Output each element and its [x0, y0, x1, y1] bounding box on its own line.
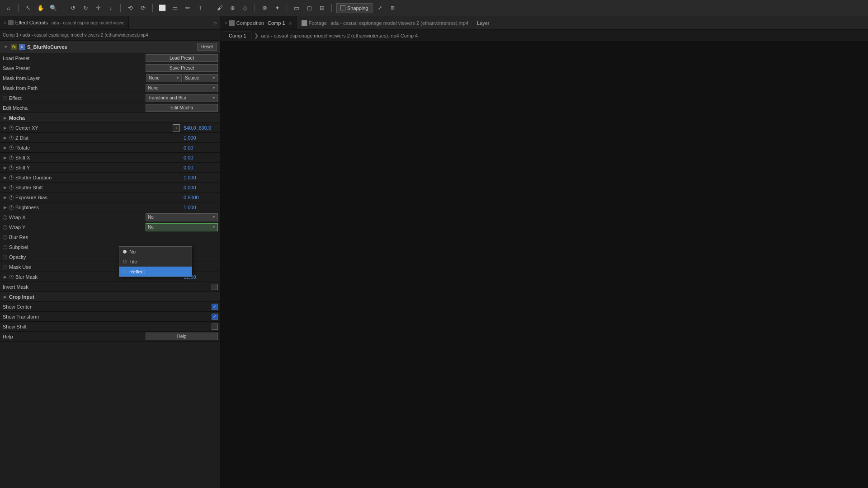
invert-mask-checkbox[interactable] [212, 284, 218, 290]
shift-x-expand-icon[interactable]: ▶ [2, 155, 8, 161]
footage-tab[interactable]: Footage ada - casual espionage model vie… [297, 16, 473, 29]
separator4 [152, 4, 153, 12]
mask-from-path-dropdown[interactable]: None ▼ [146, 84, 218, 92]
hamburger-icon[interactable]: ≡ [289, 20, 292, 26]
pin-icon[interactable]: ✦ [272, 3, 282, 13]
type-icon[interactable]: T [195, 3, 205, 13]
wrap-x-dropdown[interactable]: No ▼ [146, 213, 218, 221]
cam1-icon[interactable]: ▭ [292, 3, 302, 13]
cam2-icon[interactable]: ◻ [304, 3, 314, 13]
exposure-expand-icon[interactable]: ▶ [2, 194, 8, 201]
brightness-expand-icon[interactable]: ▶ [2, 204, 8, 211]
edit-mocha-label: Edit Mocha [2, 105, 146, 111]
show-transform-label: Show Transform [2, 314, 212, 319]
help-button[interactable]: Help [146, 333, 218, 340]
invert-mask-label: Invert Mask [2, 284, 212, 290]
wrap-y-dropdown[interactable]: No ▼ [146, 223, 218, 231]
shutter-shift-value[interactable]: 0,000 [182, 185, 218, 190]
show-transform-checkbox[interactable] [212, 314, 218, 320]
wrap-y-option-reflect[interactable]: Reflect [119, 267, 192, 277]
z-dist-expand-icon[interactable]: ▶ [2, 135, 8, 141]
crosshair-icon[interactable] [173, 124, 180, 131]
effect-controls-tab[interactable]: × Effect Controls ada - casual espionage… [0, 16, 129, 29]
separator8 [331, 4, 332, 12]
expand-view-icon[interactable]: ⤢ [375, 3, 385, 13]
shift-x-value[interactable]: 0,00 [182, 155, 218, 160]
comp-tab-inner[interactable]: Comp 1 [224, 32, 251, 40]
wrap-x-value: No [148, 215, 154, 220]
brightness-clock [8, 204, 14, 211]
shutter-shift-expand-icon[interactable]: ▶ [2, 184, 8, 191]
home-icon[interactable]: ⌂ [4, 3, 14, 13]
mask-from-layer-row: Mask from Layer None ▼ Source ▼ [0, 73, 220, 83]
show-shift-checkbox[interactable] [212, 324, 218, 330]
show-center-checkbox[interactable] [212, 304, 218, 310]
save-preset-button[interactable]: Save Preset [146, 64, 218, 72]
brush-icon[interactable]: 🖌 [215, 3, 225, 13]
comp-square-icon [229, 20, 235, 26]
reset-button[interactable]: Reset [197, 43, 217, 51]
center-xy-expand-icon[interactable]: ▶ [2, 125, 8, 131]
effect-clock [2, 95, 8, 101]
shutter-dur-expand-icon[interactable]: ▶ [2, 174, 8, 181]
shift-y-clock [8, 164, 14, 171]
load-preset-button[interactable]: Load Preset [146, 54, 218, 62]
brightness-value[interactable]: 1,000 [182, 205, 218, 210]
undo-icon[interactable]: ⟲ [125, 3, 135, 13]
composition-tab[interactable]: × Composition Comp 1 ≡ [220, 16, 297, 29]
eraser-icon[interactable]: ◇ [240, 3, 250, 13]
rotate-ccw-icon[interactable]: ↺ [68, 3, 78, 13]
shift-y-expand-icon[interactable]: ▶ [2, 164, 8, 171]
blur-mask-expand-icon[interactable]: ▶ [2, 274, 8, 280]
mask-from-layer-none-dropdown[interactable]: None ▼ [146, 74, 182, 82]
expand-arrow-icon[interactable]: ▼ [3, 44, 9, 50]
rect-icon[interactable]: ▭ [170, 3, 180, 13]
snapping-button[interactable]: Snapping [336, 3, 373, 13]
radio-tile-icon [123, 260, 127, 263]
grid-icon[interactable]: ⊞ [388, 3, 398, 13]
selection-icon[interactable]: ⬜ [157, 3, 167, 13]
tab-close-icon[interactable]: × [4, 20, 6, 25]
z-dist-value[interactable]: 1,000 [182, 135, 218, 141]
wrap-y-option-no[interactable]: No [119, 247, 192, 257]
rotate-expand-icon[interactable]: ▶ [2, 145, 8, 151]
mask-from-layer-source-dropdown[interactable]: Source ▼ [183, 74, 218, 82]
mocha-expand-icon[interactable]: ▶ [2, 115, 8, 121]
tab-label: Effect Controls [15, 20, 48, 25]
z-dist-row: ▶ Z Dist 1,000 [0, 133, 220, 143]
down-arrow-icon[interactable]: ↓ [106, 3, 116, 13]
snapping-checkbox [340, 5, 345, 10]
panel-expand-button[interactable]: » [211, 16, 220, 29]
comp-tab-label: Composition [236, 20, 264, 26]
center-xy-label: Center XY [14, 125, 173, 131]
effect-label: Effect [8, 95, 146, 101]
exposure-bias-value[interactable]: 0,5000 [182, 195, 218, 200]
shutter-duration-value[interactable]: 1,000 [182, 175, 218, 180]
hand-icon[interactable]: ✋ [36, 3, 46, 13]
mask-path-value: None [148, 85, 159, 90]
blur-res-row: Blur Res [0, 232, 220, 242]
pen-icon[interactable]: ✏ [183, 3, 193, 13]
shift-y-value[interactable]: 0,00 [182, 165, 218, 170]
roto-icon[interactable]: ⊗ [259, 3, 269, 13]
add-point-icon[interactable]: ✛ [93, 3, 103, 13]
wrap-y-row: Wrap Y No ▼ [0, 222, 220, 232]
redo-icon[interactable]: ⟳ [138, 3, 148, 13]
center-xy-value[interactable]: 540,0 ,600,0 [182, 125, 218, 131]
rotate-value[interactable]: 0,00 [182, 145, 218, 150]
wrap-y-option-tile[interactable]: Tile [119, 257, 192, 267]
separator3 [120, 4, 121, 12]
rotate-cw-icon[interactable]: ↻ [80, 3, 90, 13]
crop-input-expand-icon[interactable]: ▶ [2, 294, 8, 300]
clock-icon3 [9, 136, 14, 140]
wrap-y-value: No [148, 225, 154, 230]
comp-tab-close-icon[interactable]: × [225, 20, 227, 25]
clone-icon[interactable]: ⊕ [227, 3, 237, 13]
zoom-icon[interactable]: 🔍 [48, 3, 58, 13]
save-preset-label: Save Preset [2, 66, 146, 71]
effect-dropdown[interactable]: Transform and Blur ▼ [146, 94, 218, 102]
shutter-shift-label: Shutter Shift [14, 185, 182, 190]
cam3-icon[interactable]: ⊞ [317, 3, 327, 13]
edit-mocha-button[interactable]: Edit Mocha [146, 104, 218, 112]
select-icon[interactable]: ↖ [23, 3, 33, 13]
